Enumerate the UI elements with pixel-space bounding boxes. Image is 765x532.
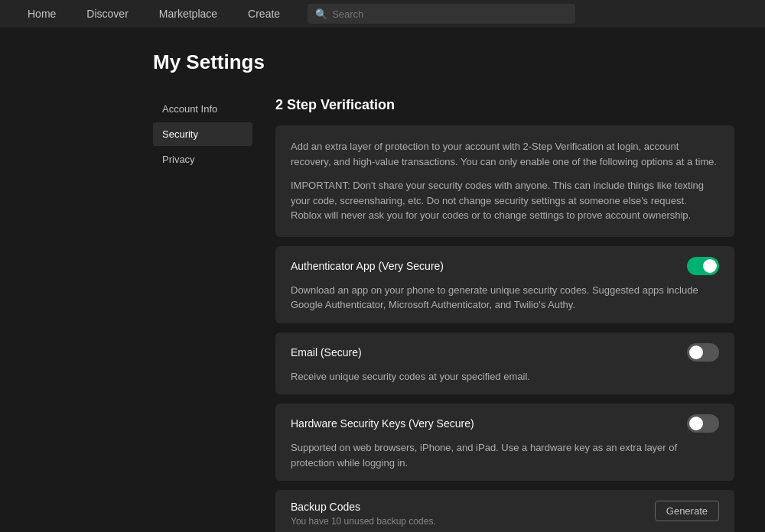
nav-discover[interactable]: Discover (71, 0, 143, 28)
top-nav: Home Discover Marketplace Create 🔍 (0, 0, 765, 28)
email-toggle-slider (687, 343, 719, 362)
authenticator-option-card: Authenticator App (Very Secure) Download… (275, 246, 734, 323)
info-text-1: Add an extra layer of protection to your… (291, 139, 719, 169)
email-option-desc: Receive unique security codes at your sp… (291, 369, 719, 384)
email-option-title: Email (Secure) (291, 346, 362, 358)
email-toggle[interactable] (687, 343, 719, 362)
sidebar-item-security[interactable]: Security (153, 122, 252, 146)
authenticator-toggle[interactable] (687, 257, 719, 275)
hardware-toggle-slider (687, 414, 719, 433)
sidebar: Account Info Security Privacy (153, 97, 252, 532)
section-title: 2 Step Verification (275, 97, 734, 113)
backup-codes-title: Backup Codes (291, 501, 436, 513)
page-container: My Settings Account Info Security Privac… (0, 28, 765, 532)
authenticator-option-title: Authenticator App (Very Secure) (291, 260, 444, 272)
backup-codes-subtitle: You have 10 unused backup codes. (291, 516, 436, 527)
backup-codes-card: Backup Codes You have 10 unused backup c… (275, 490, 734, 532)
hardware-toggle[interactable] (687, 414, 719, 433)
nav-marketplace[interactable]: Marketplace (144, 0, 233, 28)
generate-button[interactable]: Generate (655, 501, 719, 521)
authenticator-option-header: Authenticator App (Very Secure) (291, 257, 719, 275)
email-option-card: Email (Secure) Receive unique security c… (275, 332, 734, 395)
authenticator-option-desc: Download an app on your phone to generat… (291, 283, 719, 313)
authenticator-toggle-slider (687, 257, 719, 275)
sidebar-item-privacy[interactable]: Privacy (153, 148, 252, 171)
page-title: My Settings (153, 50, 734, 74)
email-option-header: Email (Secure) (291, 343, 719, 362)
nav-home[interactable]: Home (12, 0, 71, 28)
info-card: Add an extra layer of protection to your… (275, 125, 734, 237)
sidebar-item-account-info[interactable]: Account Info (153, 97, 252, 121)
hardware-option-header: Hardware Security Keys (Very Secure) (291, 414, 719, 433)
search-icon: 🔍 (315, 8, 327, 20)
info-text-2: IMPORTANT: Don't share your security cod… (291, 178, 719, 223)
search-bar: 🔍 (308, 4, 575, 24)
nav-create[interactable]: Create (233, 0, 295, 28)
hardware-option-desc: Supported on web browsers, iPhone, and i… (291, 440, 719, 470)
content-layout: Account Info Security Privacy 2 Step Ver… (153, 97, 734, 532)
hardware-option-card: Hardware Security Keys (Very Secure) Sup… (275, 404, 734, 481)
main-content: 2 Step Verification Add an extra layer o… (275, 97, 734, 532)
hardware-option-title: Hardware Security Keys (Very Secure) (291, 417, 474, 430)
search-input[interactable] (332, 8, 568, 20)
backup-codes-header: Backup Codes You have 10 unused backup c… (291, 501, 719, 527)
backup-title-group: Backup Codes You have 10 unused backup c… (291, 501, 436, 527)
